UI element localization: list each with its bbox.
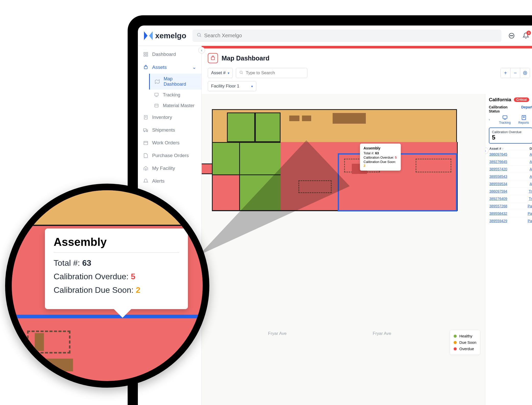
svg-rect-32 bbox=[503, 116, 507, 119]
sidebar-item-label: Map Dashboard bbox=[164, 76, 196, 87]
equipment-marker bbox=[302, 116, 311, 121]
sidebar-item-assets[interactable]: Assets ⌄ bbox=[138, 61, 201, 74]
tab-calibration-status[interactable]: Calibration Status bbox=[489, 105, 517, 113]
zone-red-left[interactable] bbox=[212, 174, 240, 211]
legend-healthy: Healthy bbox=[454, 333, 476, 339]
magnified-equipment-marker bbox=[27, 359, 73, 371]
brand-name: xemelgo bbox=[155, 31, 186, 40]
zone-green-5[interactable] bbox=[239, 174, 282, 211]
asset-link[interactable]: 389557420 bbox=[489, 167, 507, 171]
svg-rect-8 bbox=[144, 53, 146, 54]
asset-d-value[interactable]: A bbox=[530, 182, 532, 186]
asset-link[interactable]: 389559429 bbox=[489, 219, 507, 223]
sidebar-item-dashboard[interactable]: Dashboard bbox=[138, 48, 201, 61]
facility-outline bbox=[212, 109, 457, 211]
asset-d-value[interactable]: Tr bbox=[529, 189, 532, 193]
asset-link[interactable]: 389276645 bbox=[489, 160, 507, 164]
global-search[interactable] bbox=[192, 30, 501, 42]
area-dashed bbox=[416, 159, 451, 172]
details-panel: › California Critical Calibration Status… bbox=[485, 94, 532, 405]
sidebar-item-tracking[interactable]: Tracking bbox=[149, 90, 201, 100]
svg-marker-0 bbox=[144, 31, 148, 40]
col-asset[interactable]: Asset # ↑ bbox=[489, 147, 503, 150]
svg-point-30 bbox=[524, 72, 526, 74]
legend-due-soon: Due Soon bbox=[454, 339, 476, 346]
chat-icon[interactable] bbox=[507, 32, 516, 40]
asset-d-value[interactable]: Pa bbox=[528, 211, 532, 216]
page-header: Map Dashboard bbox=[202, 48, 532, 68]
zone-red-ext[interactable] bbox=[202, 163, 213, 174]
svg-point-23 bbox=[147, 131, 147, 132]
zoom-in-button[interactable]: + bbox=[501, 68, 510, 78]
filter-bar: Asset # ▾ + − bbox=[202, 68, 532, 80]
svg-rect-16 bbox=[155, 104, 158, 107]
asset-table-header: Asset # ↑ D bbox=[489, 147, 532, 150]
sidebar-item-shipments[interactable]: Shipments bbox=[138, 124, 201, 136]
collapse-sidebar-button[interactable]: ‹ bbox=[198, 47, 205, 54]
sidebar-item-inventory[interactable]: Inventory bbox=[138, 111, 201, 124]
asset-d-value[interactable]: Pa bbox=[528, 204, 532, 208]
collapse-panel-button[interactable]: › bbox=[485, 147, 489, 154]
tooltip-due-soon-row: Calibration Due Soon: 2 bbox=[364, 160, 397, 168]
asset-d-value[interactable]: A bbox=[530, 152, 532, 156]
sidebar-item-purchase-orders[interactable]: Purchase Orders bbox=[138, 149, 201, 162]
svg-rect-24 bbox=[144, 141, 148, 145]
map-area[interactable]: Assembly Total #: 63 Calibration Overdue… bbox=[202, 94, 485, 405]
asset-search-input[interactable] bbox=[246, 70, 304, 75]
map-icon bbox=[154, 79, 160, 84]
sidebar-item-my-facility[interactable]: My Facility bbox=[138, 162, 201, 175]
recenter-button[interactable] bbox=[520, 68, 530, 78]
legend-dot-overdue bbox=[454, 347, 457, 350]
sidebar-item-alerts[interactable]: Alerts bbox=[138, 175, 201, 187]
asset-field-dropdown[interactable]: Asset # ▾ bbox=[208, 68, 233, 78]
magnifier-content: Assembly Total #: 63 Calibration Overdue… bbox=[12, 190, 203, 381]
zone-green-2[interactable] bbox=[255, 112, 281, 142]
magnified-tooltip-title: Assembly bbox=[54, 236, 179, 248]
sidebar-item-label: My Facility bbox=[152, 166, 175, 171]
asset-d-value[interactable]: Tr bbox=[529, 197, 532, 201]
col-d[interactable]: D bbox=[530, 147, 532, 150]
sidebar-item-work-orders[interactable]: Work Orders bbox=[138, 136, 201, 149]
zoom-out-button[interactable]: − bbox=[510, 68, 520, 78]
global-search-input[interactable] bbox=[204, 33, 497, 39]
card-value: 5 bbox=[492, 134, 529, 141]
zone-green-4[interactable] bbox=[239, 142, 282, 175]
icon-tab-tracking[interactable]: Tracking bbox=[499, 115, 511, 124]
floor-dropdown[interactable]: Facility Floor 1 ▾ bbox=[208, 81, 256, 91]
asset-link[interactable]: 386097594 bbox=[489, 189, 507, 193]
search-icon bbox=[239, 70, 243, 76]
scroll-left-icon[interactable]: ‹ bbox=[489, 118, 491, 121]
icon-tab-reports[interactable]: Reports bbox=[518, 115, 529, 124]
svg-point-5 bbox=[510, 35, 511, 36]
svg-rect-21 bbox=[143, 129, 146, 131]
brand-logo[interactable]: xemelgo bbox=[144, 31, 186, 40]
magnified-equipment-marker bbox=[35, 333, 44, 351]
legend-overdue: Overdue bbox=[454, 346, 476, 352]
overdue-card[interactable]: Calibration Overdue 5 bbox=[489, 128, 532, 144]
asset-search[interactable] bbox=[236, 68, 307, 78]
zone-green-1[interactable] bbox=[227, 112, 255, 142]
tracking-icon bbox=[154, 92, 159, 98]
asset-table-row: 389276645A bbox=[489, 158, 532, 165]
svg-point-22 bbox=[144, 131, 145, 132]
asset-d-value[interactable]: Pa bbox=[528, 219, 532, 223]
brand-logo-mark bbox=[144, 31, 153, 40]
sidebar-item-map-dashboard[interactable]: Map Dashboard bbox=[149, 74, 201, 90]
asset-link[interactable]: 389276409 bbox=[489, 197, 507, 201]
asset-link[interactable]: 389557268 bbox=[489, 204, 507, 208]
asset-link[interactable]: 389558432 bbox=[489, 211, 507, 216]
asset-d-value[interactable]: A bbox=[530, 160, 532, 164]
asset-d-value[interactable]: A bbox=[530, 174, 532, 179]
dropdown-label: Asset # bbox=[211, 70, 226, 75]
asset-table-row: 386097594Tr bbox=[489, 187, 532, 195]
material-icon bbox=[154, 103, 159, 108]
asset-d-value[interactable]: A bbox=[530, 167, 532, 171]
asset-link[interactable]: 386097645 bbox=[489, 152, 507, 156]
svg-rect-11 bbox=[146, 55, 148, 56]
asset-link[interactable]: 389558543 bbox=[489, 174, 507, 179]
zone-green-3[interactable] bbox=[212, 142, 240, 175]
notifications-icon[interactable]: 3 bbox=[522, 32, 530, 40]
sidebar-item-material-master[interactable]: Material Master bbox=[149, 100, 201, 111]
tab-depart[interactable]: Depart bbox=[521, 105, 532, 113]
asset-link[interactable]: 389559534 bbox=[489, 182, 507, 186]
